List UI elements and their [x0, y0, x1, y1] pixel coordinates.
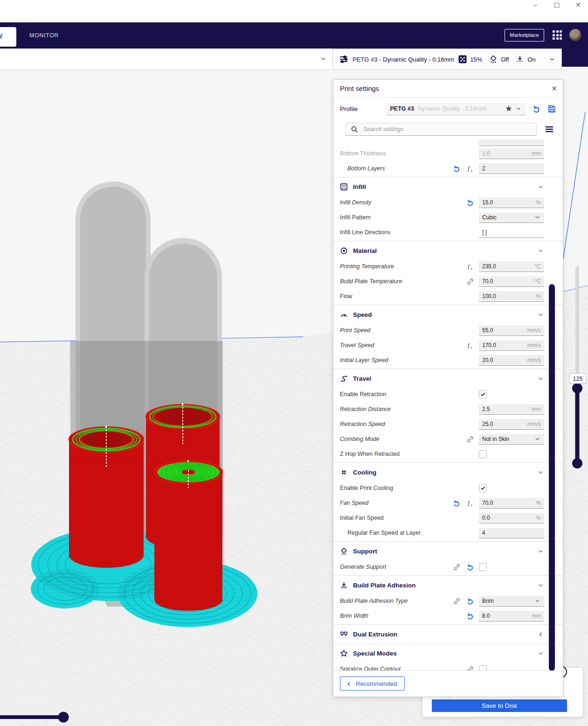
- fx-icon[interactable]: fx: [466, 499, 474, 507]
- link-icon[interactable]: [453, 563, 461, 571]
- section-chevron-down-icon[interactable]: [537, 469, 544, 476]
- section-header-material[interactable]: Material: [333, 242, 563, 259]
- section-chevron-down-icon[interactable]: [537, 548, 544, 555]
- section-chevron-down-icon[interactable]: [537, 247, 544, 254]
- settings-menu-icon[interactable]: [544, 124, 554, 134]
- section-header-support[interactable]: Support: [333, 543, 563, 559]
- window-close-button[interactable]: ✕: [574, 1, 582, 8]
- link-icon[interactable]: [466, 665, 474, 671]
- section-header-speed[interactable]: Speed: [333, 306, 563, 323]
- value-field[interactable]: 1.0mm: [479, 148, 544, 159]
- sliced-cylinder-front[interactable]: [154, 460, 222, 611]
- row-icons: fx: [453, 165, 474, 173]
- layer-slider-upper-handle[interactable]: [572, 383, 582, 393]
- setting-label: Z Hop When Retracted: [340, 451, 479, 457]
- search-icon: [351, 126, 359, 133]
- app-switcher-icon[interactable]: [553, 30, 563, 41]
- value-field[interactable]: 100.0%: [479, 291, 544, 302]
- save-to-disk-button[interactable]: Save to Disk: [432, 699, 567, 712]
- value-field[interactable]: 55.0mm/s: [479, 325, 544, 336]
- setting-label: Spiralize Outer Contour: [340, 666, 466, 670]
- value-field[interactable]: [ ]: [479, 227, 544, 238]
- section-header-build-plate-adhesion[interactable]: Build Plate Adhesion: [333, 577, 563, 593]
- simulation-slider-handle[interactable]: [58, 712, 69, 723]
- value-field[interactable]: 70.0°C: [479, 276, 544, 287]
- link-icon[interactable]: [466, 435, 474, 443]
- undo-icon[interactable]: [466, 597, 474, 605]
- undo-icon[interactable]: [466, 563, 474, 571]
- profile-reset-icon[interactable]: [532, 105, 541, 113]
- value-field[interactable]: 0.0%: [479, 513, 544, 524]
- layer-slider-lower-handle[interactable]: [572, 458, 582, 468]
- panel-close-icon[interactable]: ✕: [551, 80, 557, 98]
- object-list-chevron-down-icon[interactable]: [319, 55, 327, 63]
- checkbox[interactable]: [479, 563, 487, 571]
- setting-control: 15.0%: [479, 197, 544, 208]
- setting-row-infill-density: Infill Density15.0%: [333, 195, 563, 210]
- tab-preview-fragment[interactable]: W: [0, 27, 16, 47]
- checkbox-checked[interactable]: [479, 484, 487, 492]
- section-chevron-down-icon[interactable]: [537, 183, 544, 190]
- setting-label: Flow: [340, 293, 479, 300]
- fx-icon[interactable]: fx: [466, 342, 474, 349]
- simulation-slider-track[interactable]: [0, 715, 64, 719]
- section-header-special-modes[interactable]: Special Modes: [333, 645, 563, 662]
- setting-row-infill-line-directions: Infill Line Directions[ ]: [333, 225, 563, 240]
- value-field[interactable]: 235.0°C: [479, 261, 544, 272]
- section-header-travel[interactable]: Travel: [333, 370, 563, 387]
- section-header-cooling[interactable]: Cooling: [333, 464, 563, 481]
- section-chevron-left-icon[interactable]: [537, 631, 544, 638]
- section-header-dual-extrusion[interactable]: Dual Extrusion: [333, 626, 563, 642]
- recommended-button[interactable]: Recommended: [340, 677, 405, 691]
- section-header-infill[interactable]: Infill: [333, 178, 563, 195]
- link-icon[interactable]: [466, 278, 474, 286]
- undo-icon[interactable]: [453, 165, 461, 173]
- checkbox-checked[interactable]: [479, 391, 487, 398]
- checkbox[interactable]: [479, 450, 487, 458]
- setting-row-retraction-speed: Retraction Speed25.0mm/s: [333, 417, 563, 432]
- setting-label: Retraction Distance: [340, 406, 479, 412]
- dropdown-field[interactable]: Not in Skin: [479, 434, 544, 445]
- section-chevron-down-icon[interactable]: [537, 650, 544, 657]
- value-field[interactable]: [479, 140, 544, 146]
- section-chevron-down-icon[interactable]: [537, 311, 544, 318]
- value-field[interactable]: 20.0mm/s: [479, 355, 544, 366]
- fx-icon[interactable]: fx: [466, 263, 474, 271]
- value-field[interactable]: 15.0%: [479, 197, 544, 208]
- value-field[interactable]: 2.5mm: [479, 404, 544, 415]
- value-field[interactable]: 70.0%: [479, 498, 544, 509]
- profile-dropdown[interactable]: PETG #3 - Dynamic Quality - 0.16mm: [386, 103, 526, 115]
- checkbox[interactable]: [479, 665, 487, 671]
- link-icon[interactable]: [453, 597, 461, 605]
- dropdown-field[interactable]: Cubic: [479, 212, 544, 223]
- value-field[interactable]: 170.0mm/s: [479, 340, 544, 351]
- dropdown-chevron-down-icon: [534, 435, 541, 442]
- section-chevron-down-icon[interactable]: [537, 375, 544, 382]
- setting-label: Fan Speed: [340, 500, 453, 506]
- profile-save-icon[interactable]: [547, 105, 556, 113]
- fx-icon[interactable]: fx: [466, 165, 474, 173]
- value-field[interactable]: 2: [479, 163, 544, 174]
- value-field[interactable]: 8.0mm: [479, 611, 544, 621]
- search-input[interactable]: Search settings: [346, 123, 537, 136]
- window-maximize-button[interactable]: ▢: [553, 1, 561, 8]
- value-field[interactable]: 25.0mm/s: [479, 419, 544, 430]
- section-chevron-down-icon[interactable]: [537, 582, 544, 589]
- user-avatar[interactable]: [569, 29, 581, 41]
- window-minimize-button[interactable]: –: [531, 1, 540, 8]
- sliders-icon: [339, 54, 349, 64]
- print-settings-summary-bar[interactable]: PETG #3 - Dynamic Quality - 0.16mm 15% O…: [332, 49, 562, 70]
- sliced-cylinder-left[interactable]: [69, 426, 144, 568]
- marketplace-button[interactable]: Marketplace: [505, 29, 544, 42]
- section-title: Support: [353, 548, 537, 555]
- summary-chevron-down-icon[interactable]: [548, 56, 556, 63]
- tab-monitor[interactable]: MONITOR: [29, 22, 59, 49]
- layer-slider-range[interactable]: [575, 388, 580, 463]
- panel-scrollbar[interactable]: [549, 284, 555, 671]
- undo-icon[interactable]: [466, 199, 474, 207]
- window-titlebar: – ▢ ✕: [0, 0, 588, 22]
- value-field[interactable]: 4: [479, 528, 544, 538]
- undo-icon[interactable]: [466, 612, 474, 620]
- undo-icon[interactable]: [453, 499, 461, 507]
- dropdown-field[interactable]: Brim: [479, 596, 544, 607]
